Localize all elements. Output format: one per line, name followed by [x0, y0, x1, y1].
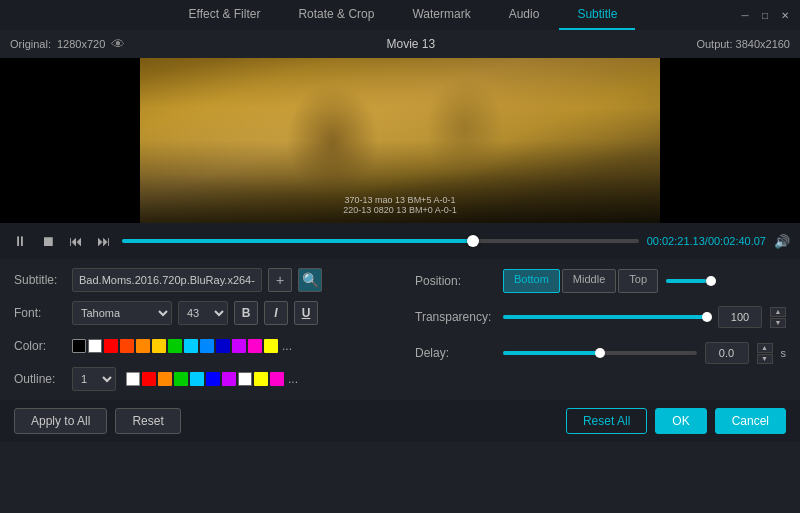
outline-color-red[interactable]: [142, 372, 156, 386]
video-subtitle: 370-13 mao 13 BM+5 A-0-1 220-13 0820 13 …: [343, 195, 456, 215]
bottom-right-buttons: Reset All OK Cancel: [566, 408, 786, 434]
pause-button[interactable]: ⏸: [10, 233, 30, 249]
time-display: 00:02:21.13/00:02:40.07: [647, 235, 766, 247]
delay-spinner: ▲ ▼: [757, 343, 773, 364]
color-swatch-yellow[interactable]: [264, 339, 278, 353]
delay-up[interactable]: ▲: [757, 343, 773, 353]
close-button[interactable]: ✕: [778, 8, 792, 22]
pos-middle-button[interactable]: Middle: [562, 269, 616, 293]
outline-color-cyan[interactable]: [190, 372, 204, 386]
tab-audio[interactable]: Audio: [491, 0, 558, 30]
volume-icon[interactable]: 🔊: [774, 234, 790, 249]
output-res: 3840x2160: [736, 38, 790, 50]
subtitle-row: Subtitle: + 🔍: [14, 267, 385, 293]
tab-rotate-crop[interactable]: Rotate & Crop: [280, 0, 392, 30]
position-btn-group: Bottom Middle Top: [503, 269, 716, 293]
title-bar: Effect & Filter Rotate & Crop Watermark …: [0, 0, 800, 30]
color-swatch-white[interactable]: [88, 339, 102, 353]
bottom-left-buttons: Apply to All Reset: [14, 408, 181, 434]
apply-all-button[interactable]: Apply to All: [14, 408, 107, 434]
ok-button[interactable]: OK: [655, 408, 706, 434]
position-label: Position:: [415, 274, 495, 288]
controls-section: Subtitle: + 🔍 Font: Tahoma 43 B I U Colo…: [0, 259, 800, 400]
color-swatch-green[interactable]: [168, 339, 182, 353]
color-swatch-yellow-orange[interactable]: [152, 339, 166, 353]
add-subtitle-button[interactable]: +: [268, 268, 292, 292]
outline-color-blue[interactable]: [206, 372, 220, 386]
video-frame: 370-13 mao 13 BM+5 A-0-1 220-13 0820 13 …: [140, 58, 660, 223]
color-swatch-orange-red[interactable]: [120, 339, 134, 353]
next-button[interactable]: ⏭: [94, 233, 114, 249]
color-swatch-black[interactable]: [72, 339, 86, 353]
original-label: Original:: [10, 38, 51, 50]
outline-color-pink[interactable]: [270, 372, 284, 386]
video-area: 370-13 mao 13 BM+5 A-0-1 220-13 0820 13 …: [0, 58, 800, 223]
more-colors-button[interactable]: ...: [282, 339, 292, 353]
stop-button[interactable]: ⏹: [38, 233, 58, 249]
reset-all-button[interactable]: Reset All: [566, 408, 647, 434]
search-subtitle-button[interactable]: 🔍: [298, 268, 322, 292]
italic-button[interactable]: I: [264, 301, 288, 325]
transparency-label: Transparency:: [415, 310, 495, 324]
position-row: Position: Bottom Middle Top: [415, 267, 786, 295]
subtitle-file-input[interactable]: [72, 268, 262, 292]
color-swatch-orange[interactable]: [136, 339, 150, 353]
transparency-slider[interactable]: [503, 315, 710, 319]
outline-color-yellow[interactable]: [254, 372, 268, 386]
color-swatch-blue-light[interactable]: [200, 339, 214, 353]
delay-down[interactable]: ▼: [757, 354, 773, 364]
progress-track[interactable]: [122, 239, 639, 243]
tab-bar: Effect & Filter Rotate & Crop Watermark …: [68, 0, 738, 30]
color-swatch-blue[interactable]: [216, 339, 230, 353]
delay-label: Delay:: [415, 346, 495, 360]
maximize-button[interactable]: □: [758, 8, 772, 22]
transparency-spinner: ▲ ▼: [770, 307, 786, 328]
tab-subtitle[interactable]: Subtitle: [559, 0, 635, 30]
delay-unit: s: [781, 347, 787, 359]
delay-value[interactable]: [705, 342, 749, 364]
outline-color-orange[interactable]: [158, 372, 172, 386]
font-select[interactable]: Tahoma: [72, 301, 172, 325]
delay-row: Delay: ▲ ▼ s: [415, 339, 786, 367]
outline-row: Outline: 1 ...: [14, 366, 385, 392]
reset-button[interactable]: Reset: [115, 408, 180, 434]
position-slider[interactable]: [666, 279, 716, 283]
transparency-down[interactable]: ▼: [770, 318, 786, 328]
size-select[interactable]: 43: [178, 301, 228, 325]
left-panel: Subtitle: + 🔍 Font: Tahoma 43 B I U Colo…: [14, 267, 385, 392]
tab-effect-filter[interactable]: Effect & Filter: [171, 0, 279, 30]
minimize-button[interactable]: ─: [738, 8, 752, 22]
transparency-up[interactable]: ▲: [770, 307, 786, 317]
outline-select[interactable]: 1: [72, 367, 116, 391]
tab-watermark[interactable]: Watermark: [394, 0, 488, 30]
color-swatch-pink[interactable]: [248, 339, 262, 353]
pos-bottom-button[interactable]: Bottom: [503, 269, 560, 293]
color-swatch-purple[interactable]: [232, 339, 246, 353]
cancel-button[interactable]: Cancel: [715, 408, 786, 434]
color-row: Color: ...: [14, 333, 385, 359]
bold-button[interactable]: B: [234, 301, 258, 325]
outline-color-green[interactable]: [174, 372, 188, 386]
transparency-row: Transparency: ▲ ▼: [415, 303, 786, 331]
right-panel: Position: Bottom Middle Top Transparency…: [405, 267, 786, 392]
font-row: Font: Tahoma 43 B I U: [14, 300, 385, 326]
video-info-bar: Original: 1280x720 👁 Movie 13 Output: 38…: [0, 30, 800, 58]
eye-icon[interactable]: 👁: [111, 36, 125, 52]
original-res: 1280x720: [57, 38, 105, 50]
progress-thumb: [467, 235, 479, 247]
underline-button[interactable]: U: [294, 301, 318, 325]
transparency-value[interactable]: [718, 306, 762, 328]
color-label: Color:: [14, 339, 66, 353]
outline-color-white2[interactable]: [238, 372, 252, 386]
outline-color-purple[interactable]: [222, 372, 236, 386]
delay-slider[interactable]: [503, 351, 697, 355]
color-swatch-cyan[interactable]: [184, 339, 198, 353]
window-controls: ─ □ ✕: [738, 8, 792, 22]
video-container: 370-13 mao 13 BM+5 A-0-1 220-13 0820 13 …: [140, 58, 660, 223]
outline-more-colors-button[interactable]: ...: [288, 372, 298, 386]
color-swatch-red[interactable]: [104, 339, 118, 353]
outline-color-white[interactable]: [126, 372, 140, 386]
bottom-bar: Apply to All Reset Reset All OK Cancel: [0, 400, 800, 442]
prev-button[interactable]: ⏮: [66, 233, 86, 249]
pos-top-button[interactable]: Top: [618, 269, 658, 293]
